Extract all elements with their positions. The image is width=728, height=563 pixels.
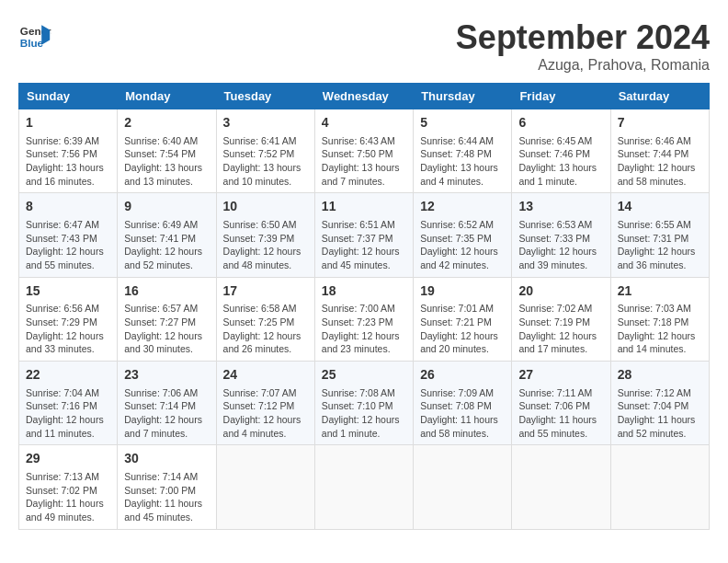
weekday-header-cell: Tuesday (216, 84, 314, 109)
calendar-week-row: 1Sunrise: 6:39 AM Sunset: 7:56 PM Daylig… (19, 109, 710, 193)
day-number: 14 (618, 198, 702, 216)
weekday-header-cell: Monday (118, 84, 216, 109)
calendar-body: 1Sunrise: 6:39 AM Sunset: 7:56 PM Daylig… (19, 109, 710, 530)
day-number: 16 (124, 282, 209, 301)
day-number: 20 (518, 282, 603, 301)
calendar-day-cell: 23Sunrise: 7:06 AM Sunset: 7:14 PM Dayli… (118, 362, 216, 445)
calendar-day-cell: 25Sunrise: 7:08 AM Sunset: 7:10 PM Dayli… (314, 362, 413, 445)
calendar-day-cell: 6Sunrise: 6:45 AM Sunset: 7:46 PM Daylig… (512, 109, 610, 193)
calendar-day-cell: 26Sunrise: 7:09 AM Sunset: 7:08 PM Dayli… (414, 362, 512, 445)
day-info: Sunrise: 6:44 AM Sunset: 7:48 PM Dayligh… (420, 134, 505, 189)
day-info: Sunrise: 7:03 AM Sunset: 7:18 PM Dayligh… (618, 302, 702, 356)
day-info: Sunrise: 6:46 AM Sunset: 7:44 PM Dayligh… (618, 134, 702, 189)
calendar-day-cell: 16Sunrise: 6:57 AM Sunset: 7:27 PM Dayli… (118, 277, 216, 361)
day-info: Sunrise: 6:50 AM Sunset: 7:39 PM Dayligh… (223, 218, 308, 272)
calendar-day-cell: 8Sunrise: 6:47 AM Sunset: 7:43 PM Daylig… (19, 193, 118, 277)
calendar-day-cell: 2Sunrise: 6:40 AM Sunset: 7:54 PM Daylig… (118, 109, 216, 193)
day-info: Sunrise: 6:49 AM Sunset: 7:41 PM Dayligh… (124, 218, 209, 272)
day-number: 23 (124, 366, 209, 385)
day-info: Sunrise: 6:57 AM Sunset: 7:27 PM Dayligh… (124, 302, 209, 356)
calendar-day-cell (610, 445, 709, 529)
day-info: Sunrise: 6:52 AM Sunset: 7:35 PM Dayligh… (420, 218, 505, 272)
calendar-day-cell: 20Sunrise: 7:02 AM Sunset: 7:19 PM Dayli… (512, 277, 610, 361)
day-number: 11 (322, 198, 406, 216)
calendar-day-cell: 21Sunrise: 7:03 AM Sunset: 7:18 PM Dayli… (610, 277, 709, 361)
day-number: 5 (420, 114, 505, 132)
day-info: Sunrise: 6:58 AM Sunset: 7:25 PM Dayligh… (223, 302, 308, 356)
logo-icon: General Blue (18, 18, 51, 52)
day-number: 25 (322, 366, 406, 385)
day-info: Sunrise: 7:14 AM Sunset: 7:00 PM Dayligh… (124, 470, 209, 524)
calendar-day-cell: 1Sunrise: 6:39 AM Sunset: 7:56 PM Daylig… (19, 109, 118, 193)
calendar-day-cell: 29Sunrise: 7:13 AM Sunset: 7:02 PM Dayli… (19, 445, 118, 529)
calendar-day-cell: 18Sunrise: 7:00 AM Sunset: 7:23 PM Dayli… (314, 277, 413, 361)
calendar-day-cell: 28Sunrise: 7:12 AM Sunset: 7:04 PM Dayli… (610, 362, 709, 445)
day-number: 10 (223, 198, 308, 216)
day-number: 21 (618, 282, 702, 301)
page-header: General Blue September 2024 Azuga, Praho… (18, 18, 710, 74)
calendar-week-row: 29Sunrise: 7:13 AM Sunset: 7:02 PM Dayli… (19, 445, 710, 529)
calendar-day-cell: 15Sunrise: 6:56 AM Sunset: 7:29 PM Dayli… (19, 277, 118, 361)
day-info: Sunrise: 7:04 AM Sunset: 7:16 PM Dayligh… (26, 386, 110, 441)
day-info: Sunrise: 6:55 AM Sunset: 7:31 PM Dayligh… (618, 218, 702, 272)
weekday-header-cell: Saturday (610, 84, 709, 109)
weekday-header-cell: Wednesday (314, 84, 413, 109)
day-number: 27 (518, 366, 603, 385)
day-info: Sunrise: 6:51 AM Sunset: 7:37 PM Dayligh… (322, 218, 406, 272)
calendar-day-cell (216, 445, 314, 529)
day-number: 2 (124, 114, 209, 132)
calendar-week-row: 8Sunrise: 6:47 AM Sunset: 7:43 PM Daylig… (19, 193, 710, 277)
calendar-day-cell: 5Sunrise: 6:44 AM Sunset: 7:48 PM Daylig… (414, 109, 512, 193)
day-info: Sunrise: 6:43 AM Sunset: 7:50 PM Dayligh… (322, 134, 406, 189)
calendar-day-cell: 7Sunrise: 6:46 AM Sunset: 7:44 PM Daylig… (610, 109, 709, 193)
day-info: Sunrise: 7:06 AM Sunset: 7:14 PM Dayligh… (124, 386, 209, 441)
location-subtitle: Azuga, Prahova, Romania (456, 57, 710, 74)
calendar-day-cell: 22Sunrise: 7:04 AM Sunset: 7:16 PM Dayli… (19, 362, 118, 445)
day-number: 24 (223, 366, 308, 385)
day-number: 7 (618, 114, 702, 132)
day-info: Sunrise: 6:41 AM Sunset: 7:52 PM Dayligh… (223, 134, 308, 189)
calendar-day-cell (414, 445, 512, 529)
calendar-day-cell: 12Sunrise: 6:52 AM Sunset: 7:35 PM Dayli… (414, 193, 512, 277)
day-info: Sunrise: 6:45 AM Sunset: 7:46 PM Dayligh… (518, 134, 603, 189)
day-number: 15 (26, 282, 110, 301)
day-info: Sunrise: 6:39 AM Sunset: 7:56 PM Dayligh… (26, 134, 110, 189)
day-number: 1 (26, 114, 110, 132)
calendar-day-cell: 17Sunrise: 6:58 AM Sunset: 7:25 PM Dayli… (216, 277, 314, 361)
calendar-day-cell: 10Sunrise: 6:50 AM Sunset: 7:39 PM Dayli… (216, 193, 314, 277)
calendar-day-cell: 24Sunrise: 7:07 AM Sunset: 7:12 PM Dayli… (216, 362, 314, 445)
day-number: 9 (124, 198, 209, 216)
day-info: Sunrise: 6:40 AM Sunset: 7:54 PM Dayligh… (124, 134, 209, 189)
calendar-day-cell: 3Sunrise: 6:41 AM Sunset: 7:52 PM Daylig… (216, 109, 314, 193)
day-info: Sunrise: 7:13 AM Sunset: 7:02 PM Dayligh… (26, 470, 110, 524)
day-info: Sunrise: 6:47 AM Sunset: 7:43 PM Dayligh… (26, 218, 110, 272)
calendar-week-row: 22Sunrise: 7:04 AM Sunset: 7:16 PM Dayli… (19, 362, 710, 445)
day-info: Sunrise: 7:09 AM Sunset: 7:08 PM Dayligh… (420, 386, 505, 441)
weekday-header-row: SundayMondayTuesdayWednesdayThursdayFrid… (19, 84, 710, 109)
weekday-header-cell: Sunday (19, 84, 118, 109)
day-info: Sunrise: 7:11 AM Sunset: 7:06 PM Dayligh… (518, 386, 603, 441)
day-number: 4 (322, 114, 406, 132)
svg-text:Blue: Blue (20, 37, 44, 49)
day-info: Sunrise: 7:07 AM Sunset: 7:12 PM Dayligh… (223, 386, 308, 441)
calendar-day-cell: 19Sunrise: 7:01 AM Sunset: 7:21 PM Dayli… (414, 277, 512, 361)
day-info: Sunrise: 7:02 AM Sunset: 7:19 PM Dayligh… (518, 302, 603, 356)
day-number: 29 (26, 450, 110, 468)
day-info: Sunrise: 6:53 AM Sunset: 7:33 PM Dayligh… (518, 218, 603, 272)
day-number: 8 (26, 198, 110, 216)
calendar-day-cell: 14Sunrise: 6:55 AM Sunset: 7:31 PM Dayli… (610, 193, 709, 277)
calendar-day-cell (512, 445, 610, 529)
day-info: Sunrise: 7:01 AM Sunset: 7:21 PM Dayligh… (420, 302, 505, 356)
day-number: 19 (420, 282, 505, 301)
calendar-day-cell: 9Sunrise: 6:49 AM Sunset: 7:41 PM Daylig… (118, 193, 216, 277)
day-info: Sunrise: 7:08 AM Sunset: 7:10 PM Dayligh… (322, 386, 406, 441)
calendar-day-cell: 11Sunrise: 6:51 AM Sunset: 7:37 PM Dayli… (314, 193, 413, 277)
title-block: September 2024 Azuga, Prahova, Romania (456, 18, 710, 74)
day-number: 22 (26, 366, 110, 385)
day-number: 3 (223, 114, 308, 132)
day-number: 26 (420, 366, 505, 385)
day-number: 17 (223, 282, 308, 301)
day-number: 28 (618, 366, 702, 385)
calendar-day-cell: 30Sunrise: 7:14 AM Sunset: 7:00 PM Dayli… (118, 445, 216, 529)
calendar-day-cell: 13Sunrise: 6:53 AM Sunset: 7:33 PM Dayli… (512, 193, 610, 277)
